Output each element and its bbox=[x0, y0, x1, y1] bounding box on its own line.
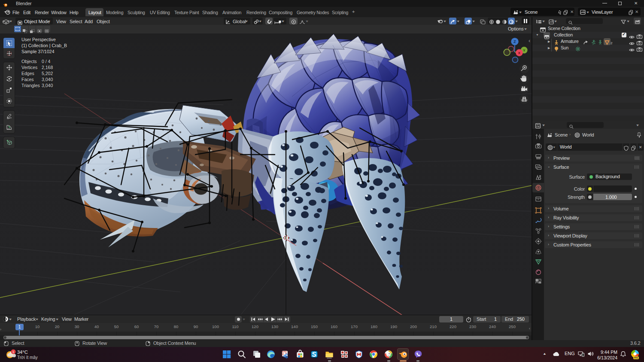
svg-text:1: 1 bbox=[12, 350, 15, 354]
svg-text:X: X bbox=[518, 51, 521, 55]
svg-text:PRE: PRE bbox=[634, 356, 638, 359]
svg-text:Z: Z bbox=[513, 40, 516, 44]
svg-text:Y: Y bbox=[523, 49, 526, 52]
